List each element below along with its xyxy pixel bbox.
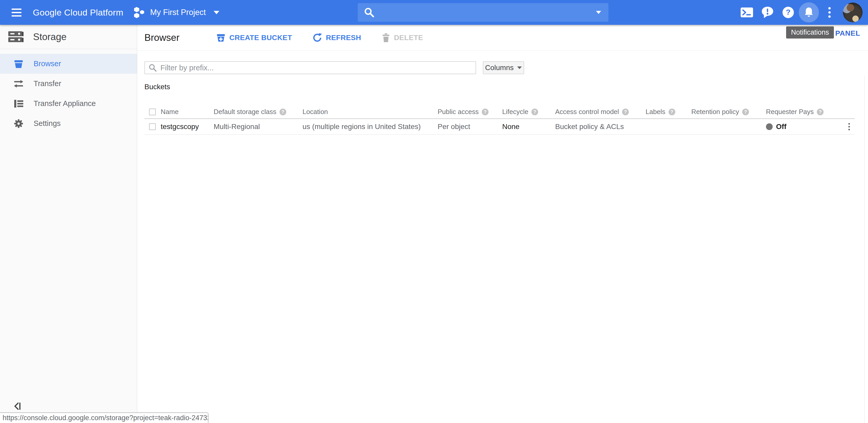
row-kebab-menu-icon[interactable] [844,121,854,132]
sidebar-item-label: Transfer Appliance [34,99,96,108]
gear-icon [13,118,24,129]
table-row[interactable]: testgcscopy Multi-Regional us (multiple … [145,119,855,135]
svg-text:?: ? [786,8,790,16]
bucket-name-link[interactable]: testgcscopy [161,122,214,131]
page-title: Browser [145,32,180,43]
delete-button[interactable]: DELETE [382,33,423,43]
refresh-label: REFRESH [326,34,361,42]
project-selector[interactable]: My First Project [134,6,219,19]
sidebar-nav: Browser Transfer [0,49,137,134]
delete-label: DELETE [394,34,423,42]
col-header-default-storage-class: Default storage class ? [214,108,303,116]
refresh-button[interactable]: REFRESH [313,33,361,43]
create-bucket-label: CREATE BUCKET [229,34,292,42]
filter-box [145,61,476,74]
create-bucket-icon [216,33,225,43]
help-icon[interactable]: ? [531,109,538,115]
more-options-kebab-icon[interactable] [819,2,840,23]
col-header-requester-pays: Requester Pays ? [766,108,838,116]
search-icon [364,7,375,18]
cell-access-control-model: Bucket policy & ACLs [555,122,646,131]
table-header-row: Name Default storage class ? Location Pu… [145,105,855,119]
help-icon[interactable]: ? [280,109,286,115]
buckets-section-label: Buckets [145,83,868,91]
notifications-bell-icon[interactable] [799,2,819,23]
col-header-public-access: Public access ? [438,108,502,116]
create-bucket-button[interactable]: CREATE BUCKET [216,33,292,43]
cell-location: us (multiple regions in United States) [303,122,438,131]
help-icon[interactable]: ? [778,2,799,23]
sidebar-item-label: Browser [34,59,61,68]
sidebar-item-transfer[interactable]: Transfer [0,74,137,93]
search-input[interactable] [378,5,590,20]
topbar-actions: ? [737,2,863,23]
top-navigation-bar: Google Cloud Platform My First Project [0,0,868,25]
main-area: Browser CREATE BUCKET REFRESH [137,25,868,423]
col-header-access-control-model: Access control model ? [555,108,646,116]
global-search-bar [358,3,609,22]
product-logo[interactable]: Google Cloud Platform [33,7,123,18]
requester-pays-off-dot [766,123,773,130]
sidebar-item-settings[interactable]: Settings [0,113,137,134]
sidebar-header: Storage [0,25,137,49]
buckets-table: Name Default storage class ? Location Pu… [145,105,855,135]
col-header-labels: Labels ? [646,108,691,116]
sidebar: Storage Browser [0,25,137,423]
collapse-sidebar-icon[interactable] [12,401,23,412]
cell-default-storage-class: Multi-Regional [214,122,303,131]
user-avatar[interactable] [843,3,863,22]
sidebar-item-transfer-appliance[interactable]: Transfer Appliance [0,93,137,113]
help-icon[interactable]: ? [669,109,675,115]
help-icon[interactable]: ? [817,109,824,115]
trash-icon [382,33,390,43]
browser-status-url: https://console.cloud.google.com/storage… [0,413,209,423]
scroll-edge-divider [864,76,865,423]
filter-row: Columns [145,61,868,74]
refresh-icon [313,33,322,43]
bucket-icon [13,59,24,69]
cell-public-access: Per object [438,122,502,131]
cell-lifecycle: None [502,122,555,131]
menu-hamburger-icon[interactable] [11,5,27,20]
filter-search-icon [149,64,157,72]
project-name: My First Project [150,8,206,17]
sidebar-item-browser[interactable]: Browser [0,54,137,74]
col-header-location: Location [303,108,438,116]
select-all-checkbox[interactable] [149,109,156,115]
storage-product-icon [8,30,24,44]
content-area: Columns Buckets Name Default storage cla… [137,61,868,135]
help-icon[interactable]: ? [742,109,749,115]
help-icon[interactable]: ? [482,109,489,115]
sidebar-item-label: Transfer [34,79,61,88]
project-caret-down-icon [214,11,219,14]
gcp-console-screen: Google Cloud Platform My First Project [0,0,868,423]
notifications-tooltip: Notifications [786,26,834,38]
help-icon[interactable]: ? [622,109,629,115]
columns-label: Columns [485,64,514,72]
columns-caret-down-icon [517,66,522,69]
transfer-arrows-icon [13,80,24,88]
filter-by-prefix-input[interactable] [160,62,475,73]
cell-requester-pays: Off [766,122,838,131]
feedback-icon[interactable] [757,2,778,23]
project-hexagons-icon [134,6,146,19]
cloud-shell-icon[interactable] [737,2,757,23]
transfer-appliance-icon [13,99,24,108]
col-header-name: Name [161,108,214,116]
page-toolbar: Browser CREATE BUCKET REFRESH [137,25,868,51]
col-header-lifecycle: Lifecycle ? [502,108,555,116]
columns-dropdown-button[interactable]: Columns [483,61,524,74]
row-checkbox[interactable] [149,123,156,130]
sidebar-title: Storage [33,32,67,43]
search-caret-down-icon[interactable] [596,11,601,14]
sidebar-item-label: Settings [34,119,61,128]
col-header-retention-policy: Retention policy ? [691,108,766,116]
